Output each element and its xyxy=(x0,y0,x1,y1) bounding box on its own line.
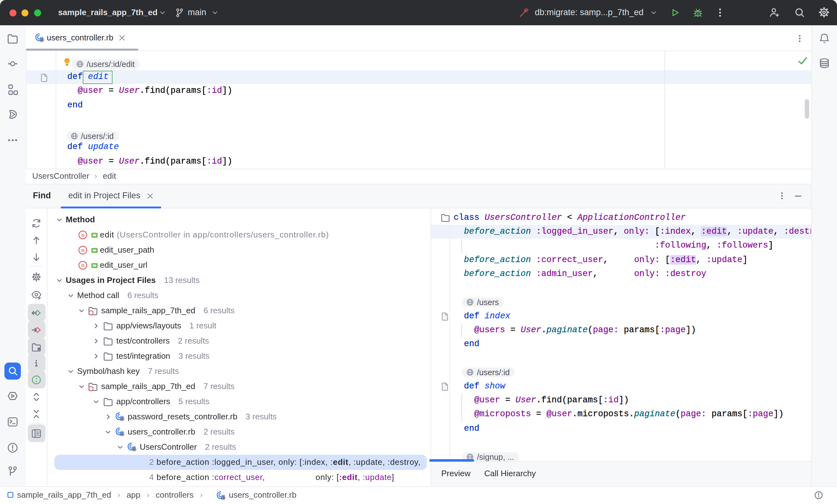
svg-text:m: m xyxy=(81,263,84,269)
svg-text:m: m xyxy=(81,247,84,254)
svg-text:m: m xyxy=(81,232,84,238)
